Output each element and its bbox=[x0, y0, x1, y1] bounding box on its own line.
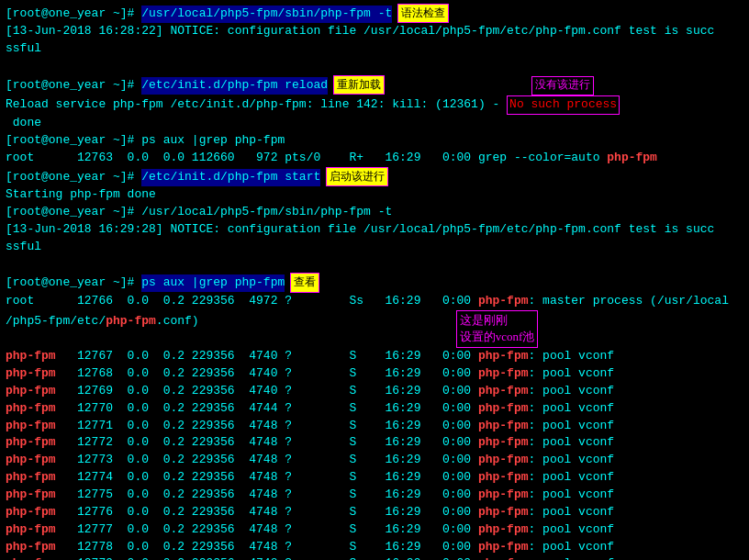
prompt-4: [root@one_year ~]# bbox=[6, 77, 141, 95]
row-12772: php-fpm 12772 0.0 0.2 229356 4748 ? S 16… bbox=[6, 434, 743, 452]
annotation-14: 查看 bbox=[290, 273, 319, 292]
cmd-7: ps aux |grep php-fpm bbox=[141, 132, 285, 150]
row-12779: php-fpm 12779 0.0 0.2 229356 4748 ? S 16… bbox=[6, 555, 743, 560]
row-12775: php-fpm 12775 0.0 0.2 229356 4748 ? S 16… bbox=[6, 487, 743, 504]
annotation-9: 启动该进行 bbox=[326, 167, 388, 186]
prompt-7: [root@one_year ~]# bbox=[6, 132, 141, 150]
line-1: [root@one_year ~]# /usr/local/php5-fpm/s… bbox=[6, 4, 743, 23]
row-12776: php-fpm 12776 0.0 0.2 229356 4748 ? S 16… bbox=[6, 504, 743, 521]
line-12: [13-Jun-2018 16:29:28] NOTICE: configura… bbox=[6, 221, 743, 239]
no-such-process: No such process bbox=[507, 95, 620, 115]
line-14: [root@one_year ~]# ps aux |grep php-fpm … bbox=[6, 273, 743, 292]
line-15-text: root 12766 0.0 0.2 229356 4972 ? Ss 16:2… bbox=[6, 293, 478, 310]
prompt-9: [root@one_year ~]# bbox=[6, 169, 141, 186]
annotation-vconf-label: 这是刚刚设置的vconf池 bbox=[456, 310, 539, 349]
line-6: done bbox=[6, 115, 743, 132]
line-8-text: root 12763 0.0 0.0 112660 972 pts/0 R+ 1… bbox=[6, 150, 607, 167]
row-12774: php-fpm 12774 0.0 0.2 229356 4748 ? S 16… bbox=[6, 469, 743, 487]
row-12771: php-fpm 12771 0.0 0.2 229356 4748 ? S 16… bbox=[6, 418, 743, 435]
line-9: [root@one_year ~]# /etc/init.d/php-fpm s… bbox=[6, 167, 743, 186]
php-fpm-8: php-fpm bbox=[607, 150, 657, 167]
cmd-14: ps aux |grep php-fpm bbox=[141, 274, 285, 292]
line-16-text: /php5-fpm/etc/ bbox=[6, 313, 106, 330]
prompt-11: [root@one_year ~]# bbox=[6, 204, 141, 221]
line-blank1 bbox=[6, 58, 743, 75]
line-15: root 12766 0.0 0.2 229356 4972 ? Ss 16:2… bbox=[6, 293, 743, 310]
row-12778: php-fpm 12778 0.0 0.2 229356 4748 ? S 16… bbox=[6, 539, 743, 556]
line-8: root 12763 0.0 0.0 112660 972 pts/0 R+ 1… bbox=[6, 150, 743, 167]
line-4: [root@one_year ~]# /etc/init.d/php-fpm r… bbox=[6, 75, 743, 95]
line-13: ssful bbox=[6, 239, 743, 256]
line-15-rest: : master process (/usr/local bbox=[529, 293, 729, 310]
line-5-text: Reload service php-fpm /etc/init.d/php-f… bbox=[6, 96, 507, 114]
line-2: [13-Jun-2018 16:28:22] NOTICE: configura… bbox=[6, 23, 743, 40]
line-6-text: done bbox=[6, 115, 41, 132]
line-11: [root@one_year ~]# /usr/local/php5-fpm/s… bbox=[6, 204, 743, 221]
line-16: /php5-fpm/etc/php-fpm.conf)这是刚刚设置的vconf池 bbox=[6, 310, 743, 349]
line-16-rest: .conf) bbox=[156, 313, 199, 330]
annotation-4: 重新加载 bbox=[333, 75, 385, 95]
line-7: [root@one_year ~]# ps aux |grep php-fpm bbox=[6, 132, 743, 150]
line-10: Starting php-fpm done bbox=[6, 186, 743, 204]
line-blank2 bbox=[6, 255, 743, 273]
annotation-no-process-label: 没有该进行 bbox=[531, 76, 594, 95]
row-12768: php-fpm 12768 0.0 0.2 229356 4740 ? S 16… bbox=[6, 365, 743, 383]
prompt-1: [root@one_year ~]# bbox=[6, 6, 141, 23]
line-13-text: ssful bbox=[6, 239, 41, 256]
cmd-11: /usr/local/php5-fpm/sbin/php-fpm -t bbox=[141, 204, 392, 221]
line-2-text: [13-Jun-2018 16:28:22] NOTICE: configura… bbox=[6, 23, 714, 40]
row-12770: php-fpm 12770 0.0 0.2 229356 4744 ? S 16… bbox=[6, 400, 743, 418]
row-12773: php-fpm 12773 0.0 0.2 229356 4748 ? S 16… bbox=[6, 452, 743, 469]
line-3-text: ssful bbox=[6, 40, 41, 58]
row-12769: php-fpm 12769 0.0 0.2 229356 4740 ? S 16… bbox=[6, 383, 743, 400]
php-fpm-master: php-fpm bbox=[478, 293, 529, 310]
annotation-1: 语法检查 bbox=[397, 4, 449, 23]
cmd-9: /etc/init.d/php-fpm start bbox=[141, 169, 320, 186]
cmd-1: /usr/local/php5-fpm/sbin/php-fpm -t bbox=[141, 6, 392, 23]
terminal: [root@one_year ~]# /usr/local/php5-fpm/s… bbox=[0, 0, 749, 560]
line-12-text: [13-Jun-2018 16:29:28] NOTICE: configura… bbox=[6, 221, 714, 239]
line-3: ssful bbox=[6, 40, 743, 58]
line-10-text: Starting php-fpm done bbox=[6, 186, 156, 204]
prompt-14: [root@one_year ~]# bbox=[6, 274, 141, 292]
row-12777: php-fpm 12777 0.0 0.2 229356 4748 ? S 16… bbox=[6, 521, 743, 539]
line-5: Reload service php-fpm /etc/init.d/php-f… bbox=[6, 95, 743, 115]
cmd-4: /etc/init.d/php-fpm reload bbox=[141, 77, 328, 95]
row-12767: php-fpm 12767 0.0 0.2 229356 4740 ? S 16… bbox=[6, 348, 743, 365]
php-fpm-conf: php-fpm bbox=[106, 313, 156, 330]
